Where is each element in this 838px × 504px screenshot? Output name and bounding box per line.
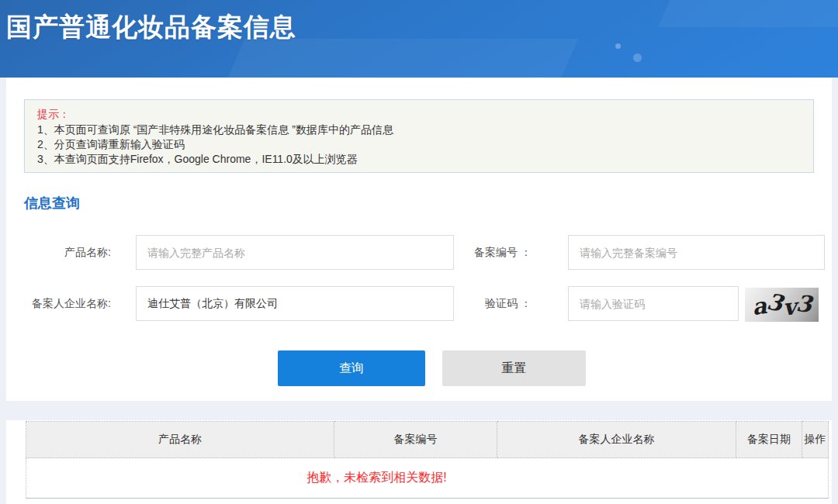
reset-button[interactable]: 重置 [442, 350, 586, 386]
filing-number-input[interactable] [568, 235, 825, 270]
column-header-product-name: 产品名称 [26, 422, 334, 458]
company-name-input[interactable] [136, 286, 454, 321]
empty-result-row: 抱歉，未检索到相关数据! [26, 458, 829, 499]
captcha-image[interactable]: a 3 v 3 [745, 288, 819, 322]
results-header-row: 产品名称 备案编号 备案人企业名称 备案日期 操作 [26, 422, 829, 458]
column-header-action: 操作 [802, 422, 829, 458]
page-title: 国产普通化妆品备案信息 [6, 10, 296, 45]
captcha-char: 3 [765, 290, 784, 315]
column-header-company-name: 备案人企业名称 [497, 422, 736, 458]
filing-number-label: 备案编号 ： [428, 235, 532, 270]
product-name-input[interactable] [136, 235, 454, 270]
tips-item-3: 3、本查询页面支持Firefox，Google Chrome，IE11.0及以上… [37, 152, 801, 167]
captcha-label: 验证码 ： [428, 286, 532, 321]
column-header-filing-number: 备案编号 [334, 422, 497, 458]
results-table: 产品名称 备案编号 备案人企业名称 备案日期 操作 抱歉，未检索到相关数据! [26, 421, 829, 499]
banner-decoration-band [658, 0, 838, 27]
column-header-filing-date: 备案日期 [736, 422, 802, 458]
product-name-label: 产品名称: [6, 235, 111, 270]
no-data-message: 抱歉，未检索到相关数据! [26, 458, 829, 499]
tips-label: 提示： [37, 107, 801, 122]
page-header-banner: 国产普通化妆品备案信息 [0, 0, 838, 78]
banner-decoration-dot [633, 54, 642, 62]
tips-notice-box: 提示： 1、本页面可查询原 “国产非特殊用途化妆品备案信息 ”数据库中的产品信息… [24, 99, 814, 173]
query-button[interactable]: 查询 [278, 350, 425, 386]
banner-decoration-dot [615, 43, 621, 49]
tips-item-2: 2、分页查询请重新输入验证码 [37, 137, 801, 152]
tips-item-1: 1、本页面可查询原 “国产非特殊用途化妆品备案信息 ”数据库中的产品信息 [37, 123, 801, 137]
company-name-label: 备案人企业名称: [6, 286, 111, 321]
captcha-input[interactable] [568, 286, 739, 321]
query-section-title: 信息查询 [24, 194, 80, 212]
results-panel: 产品名称 备案编号 备案人企业名称 备案日期 操作 抱歉，未检索到相关数据! [6, 420, 832, 504]
captcha-char: 3 [795, 292, 813, 316]
query-panel: 提示： 1、本页面可查询原 “国产非特殊用途化妆品备案信息 ”数据库中的产品信息… [6, 78, 832, 401]
